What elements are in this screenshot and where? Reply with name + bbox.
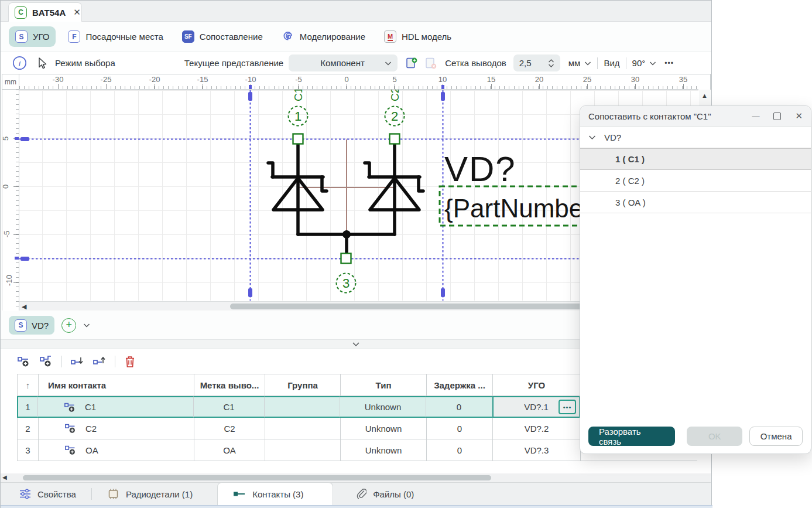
column-header-delay[interactable]: Задержка ... (427, 374, 493, 396)
ref-designator-text[interactable]: VD? (444, 149, 516, 189)
group-cell[interactable] (265, 418, 341, 439)
ruler-label: 15 (487, 75, 495, 84)
pin-icon (64, 444, 77, 456)
maximize-icon[interactable] (773, 112, 781, 120)
info-icon[interactable]: i (12, 56, 27, 70)
pin-label-cell[interactable]: C1 (194, 396, 265, 418)
scroll-left-icon[interactable]: ◀ (22, 303, 26, 311)
move-pin-down-icon[interactable] (70, 356, 84, 367)
ugo-cell[interactable]: VD?.3 (493, 439, 581, 461)
module-tab-mapping[interactable]: SF Сопоставление (176, 26, 269, 47)
add-view-icon[interactable] (405, 57, 418, 70)
symbol-graphics[interactable] (268, 144, 423, 253)
part-number-attribute[interactable]: {PartNumber (444, 194, 592, 223)
close-icon[interactable]: ✕ (795, 111, 803, 121)
add-symbol-button[interactable]: + (61, 318, 76, 333)
pin-label-cell[interactable]: C2 (194, 418, 265, 439)
junction-dot (342, 230, 351, 238)
tab-label: Радиодетали (1) (126, 489, 193, 499)
module-bar: S УГО F Посадочные места SF Сопоставлени… (1, 22, 711, 52)
rotation-select[interactable]: 90° (632, 58, 657, 68)
scroll-up-icon[interactable]: ▲ (701, 92, 708, 99)
guide-ruler-mark (15, 257, 19, 260)
column-header-group[interactable]: Группа (265, 374, 341, 396)
contact-name-cell[interactable]: OA (39, 439, 194, 461)
move-pin-up-icon[interactable] (92, 356, 107, 367)
pin-3-number: 3 (342, 276, 350, 291)
column-header-name[interactable]: Имя контакта (39, 374, 194, 396)
group-cell[interactable] (265, 396, 340, 418)
type-cell[interactable]: Unknown (340, 396, 426, 418)
type-cell[interactable]: Unknown (341, 439, 427, 461)
more-options-button[interactable]: ••• (664, 59, 674, 67)
scroll-left-icon[interactable]: ◀ (2, 474, 7, 480)
ruler-label: 0 (2, 185, 10, 189)
ugo-cell[interactable]: VD?.2 (493, 418, 581, 439)
rotation-value: 90° (632, 58, 646, 68)
module-tab-ugo[interactable]: S УГО (9, 26, 56, 47)
delete-pin-icon[interactable] (124, 354, 136, 369)
row-number: 3 (18, 439, 39, 461)
contact-name-cell[interactable]: C1 (38, 396, 194, 418)
stepper-arrows-icon[interactable] (548, 59, 554, 68)
pin-1-name: C1 (292, 90, 304, 101)
pin-3-hotspot (341, 254, 351, 264)
divider (61, 356, 62, 367)
break-link-button[interactable]: Разорвать связь (588, 427, 675, 446)
add-pins-icon[interactable] (39, 354, 53, 369)
contact-name: C1 (85, 402, 96, 412)
module-tab-label: Моделирование (300, 32, 365, 42)
view-menu[interactable]: Вид (604, 58, 619, 68)
tab-label: Контакты (3) (252, 489, 303, 499)
tab-properties[interactable]: Свойства (4, 483, 91, 505)
current-view-select[interactable]: Компонент (289, 54, 398, 71)
type-cell[interactable]: Unknown (341, 418, 427, 439)
ruler-label: 5 (2, 137, 10, 141)
sort-column-header[interactable]: ↑ (18, 374, 39, 396)
module-tab-simulation[interactable]: Моделирование (275, 26, 372, 47)
row-number: 1 (17, 396, 38, 418)
group-cell[interactable] (265, 439, 341, 461)
symbol-chip-vd[interactable]: S VD? (9, 316, 54, 335)
tab-parts[interactable]: Радиодетали (1) (92, 483, 208, 505)
origin-crosshair (298, 139, 395, 236)
dialog-titlebar[interactable]: Сопоставить с контактом "C1" — ✕ (580, 106, 811, 127)
panel-horizontal-scrollbar[interactable]: ◀ (1, 473, 711, 482)
module-tab-label: Сопоставление (200, 32, 263, 42)
module-tab-hdl[interactable]: М HDL модель (378, 26, 458, 47)
tab-contacts[interactable]: Контакты (3) (217, 482, 333, 505)
tree-node-symbol[interactable]: VD? (580, 127, 811, 148)
minimize-icon[interactable]: — (752, 112, 759, 121)
symbol-chip-label: VD? (32, 321, 49, 330)
ugo-more-button[interactable]: ••• (559, 400, 576, 414)
ok-button[interactable]: OK (687, 427, 742, 446)
tree-item-pin-3[interactable]: 3 ( OA ) (580, 192, 811, 213)
window-bottom-edge (1, 505, 712, 508)
ugo-cell[interactable]: VD?.1 ••• (492, 396, 580, 418)
chevron-down-icon[interactable] (83, 323, 90, 328)
chevron-down-icon[interactable] (588, 135, 596, 140)
column-header-ugo[interactable]: УГО (493, 374, 581, 396)
pin-label-cell[interactable]: OA (194, 439, 265, 461)
select-cursor-icon[interactable] (36, 57, 48, 70)
add-pin-icon[interactable] (17, 354, 31, 369)
close-tab-icon[interactable]: ✕ (73, 7, 81, 18)
tree-item-pin-2[interactable]: 2 ( C2 ) (580, 170, 811, 192)
units-select[interactable]: мм (568, 58, 592, 68)
column-header-type[interactable]: Тип (341, 374, 427, 396)
column-header-pin-label[interactable]: Метка выво... (194, 374, 265, 396)
pin-grid-stepper[interactable]: 2,5 (513, 54, 560, 71)
tab-files[interactable]: Файлы (0) (341, 483, 429, 505)
tree-item-pin-1[interactable]: 1 ( C1 ) (580, 148, 811, 170)
chevron-down-icon (584, 61, 591, 66)
paperclip-icon (357, 489, 366, 500)
delay-cell[interactable]: 0 (427, 418, 493, 439)
contact-name-cell[interactable]: C2 (39, 418, 194, 439)
cancel-button[interactable]: Отмена (749, 427, 803, 446)
delay-cell[interactable]: 0 (426, 396, 492, 418)
module-tab-footprints[interactable]: F Посадочные места (61, 26, 169, 47)
delay-cell[interactable]: 0 (427, 439, 493, 461)
document-tab-bat54a[interactable]: C BAT54A ✕ (8, 2, 82, 22)
contact-name: C2 (85, 424, 97, 434)
scrollbar-thumb[interactable] (23, 475, 491, 480)
